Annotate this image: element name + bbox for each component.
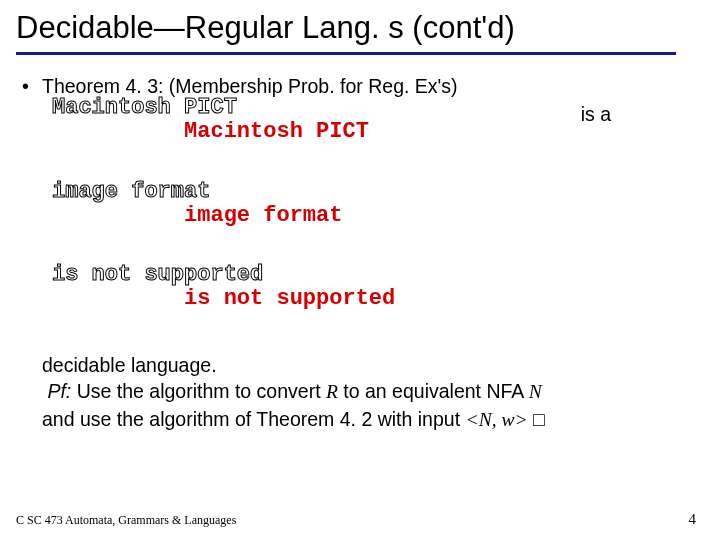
text-is-a: is a [581,101,611,127]
slide: Decidable—Regular Lang. s (cont'd) • The… [0,0,720,540]
line-decidable: decidable language. [42,352,700,378]
pict-and-isa-row: Macintosh PICT Macintosh PICT image form… [42,101,700,352]
var-N: N [529,381,542,402]
page-number: 4 [689,511,697,528]
slide-title: Decidable—Regular Lang. s (cont'd) [0,0,720,52]
bullet-marker: • [20,73,42,99]
pict-line-2: image format image format [52,203,342,270]
missing-pict-placeholder: Macintosh PICT Macintosh PICT image form… [52,101,395,352]
footer-left: C SC 473 Automata, Grammars & Languages [16,513,236,528]
pf-text-2: to an equivalent NFA [338,380,529,402]
var-R: R [326,381,338,402]
pict-line-1: Macintosh PICT Macintosh PICT [52,119,369,186]
content-area: • Theorem 4. 3: (Membership Prob. for Re… [0,55,720,433]
pict-line-3: is not supported is not supported [52,286,395,353]
proof-line-1: Pf: Use the algorithm to convert R to an… [42,378,700,405]
pf-label: Pf: [47,380,71,402]
qed-box: □ [528,408,545,430]
pf-text-1: Use the algorithm to convert [71,380,326,402]
proof-line-2: and use the algorithm of Theorem 4. 2 wi… [42,406,700,433]
tuple-nw: <N, w> [465,409,527,430]
and-text: and use the algorithm of Theorem 4. 2 wi… [42,408,465,430]
